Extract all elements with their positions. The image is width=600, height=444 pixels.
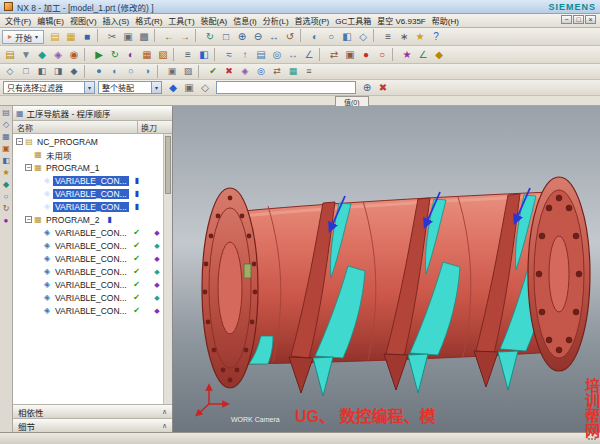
info-icon[interactable]: ∗: [396, 29, 412, 44]
wcs-triad-icon[interactable]: [198, 387, 226, 414]
separator[interactable]: [97, 29, 102, 42]
column-header-name[interactable]: 名称: [13, 121, 138, 133]
menu-gc-toolbox[interactable]: GC工具箱: [332, 15, 374, 26]
constraint-navigator-icon[interactable]: ◇: [3, 121, 9, 129]
tree-item-label[interactable]: VARIABLE_CON...: [53, 189, 129, 199]
pattern-icon[interactable]: ▦: [285, 65, 301, 78]
studio-render-icon[interactable]: ◑: [139, 65, 155, 78]
start-menu-button[interactable]: ▸ 开始 ▾: [2, 30, 44, 44]
clip-section-icon[interactable]: ▨: [180, 65, 196, 78]
tree-row[interactable]: ◈ VARIABLE_CON... ▮: [13, 174, 163, 187]
menu-edit[interactable]: 编辑(E): [34, 15, 67, 26]
chevron-down-icon[interactable]: ▾: [151, 82, 161, 93]
restore-button[interactable]: □: [573, 15, 584, 24]
feeds-speeds-icon[interactable]: ≈: [221, 47, 237, 62]
snapshot-icon[interactable]: ▣: [164, 65, 180, 78]
web-browser-icon[interactable]: ○: [4, 193, 9, 201]
tree-item-label[interactable]: VARIABLE_CON...: [53, 228, 129, 238]
tree-row[interactable]: ◈ VARIABLE_CON... ▮: [13, 187, 163, 200]
post-process-icon[interactable]: ▦: [139, 47, 155, 62]
menu-information[interactable]: 信息(I): [230, 15, 260, 26]
paste-icon[interactable]: ▩: [136, 29, 152, 44]
refresh-icon[interactable]: ↻: [202, 29, 218, 44]
select-edge-icon[interactable]: ◇: [197, 80, 213, 95]
replay-toolpath-icon[interactable]: ↻: [107, 47, 123, 62]
tree-row[interactable]: ◈ VARIABLE_CON... ✔ ◆: [13, 239, 163, 252]
menu-preferences[interactable]: 首选项(P): [292, 15, 333, 26]
menu-format[interactable]: 格式(R): [132, 15, 165, 26]
history-icon[interactable]: ↻: [3, 205, 10, 213]
menu-tools[interactable]: 工具(T): [165, 15, 197, 26]
tree-row[interactable]: ◈ VARIABLE_CON... ✔ ◆: [13, 291, 163, 304]
tree-row[interactable]: ◈ VARIABLE_CON... ✔ ◆: [13, 265, 163, 278]
create-operation-icon[interactable]: ◉: [66, 47, 82, 62]
find-component-icon[interactable]: ⊕: [359, 80, 375, 95]
options-icon[interactable]: ★: [399, 47, 415, 62]
move-object-icon[interactable]: ⇄: [269, 65, 285, 78]
tree-row[interactable]: − ▦ PROGRAM_1: [13, 161, 163, 174]
front-view2-icon[interactable]: ◧: [34, 65, 50, 78]
wireframe-view-icon[interactable]: ○: [323, 29, 339, 44]
column-header-tool-change[interactable]: 换刀: [138, 122, 172, 133]
menu-insert[interactable]: 插入(S): [100, 15, 133, 26]
tree-expander-icon[interactable]: −: [25, 216, 32, 223]
cut-levels-icon[interactable]: ▤: [253, 47, 269, 62]
tree-row[interactable]: − ▤ NC_PROGRAM: [13, 135, 163, 148]
tree-row[interactable]: ◈ VARIABLE_CON... ▮: [13, 200, 163, 213]
reuse-library-icon[interactable]: ★: [2, 169, 9, 177]
create-geometry-icon[interactable]: ◆: [34, 47, 50, 62]
redo-icon[interactable]: →: [177, 29, 193, 44]
tree-item-label[interactable]: VARIABLE_CON...: [53, 293, 129, 303]
create-tool-icon[interactable]: ▼: [18, 47, 34, 62]
show-hide-icon[interactable]: ◎: [253, 65, 269, 78]
iso-view-icon[interactable]: ◇: [355, 29, 371, 44]
operation-navigator-icon[interactable]: ▣: [2, 145, 10, 153]
transform-icon[interactable]: ⇄: [326, 47, 342, 62]
pan-icon[interactable]: ↔: [266, 29, 282, 44]
tree-row[interactable]: ◈ VARIABLE_CON... ✔ ◆: [13, 278, 163, 291]
approve-icon[interactable]: ✔: [205, 65, 221, 78]
fit-view-icon[interactable]: □: [218, 29, 234, 44]
display-tool-icon[interactable]: ●: [358, 47, 374, 62]
cutting-params-icon[interactable]: ◎: [269, 47, 285, 62]
tree-item-label[interactable]: VARIABLE_CON...: [53, 280, 129, 290]
material-icon[interactable]: ◆: [431, 47, 447, 62]
selection-scope-dropdown[interactable]: 整个装配 ▾: [98, 81, 162, 94]
object-icon[interactable]: ▣: [342, 47, 358, 62]
tree-item-label[interactable]: PROGRAM_2: [44, 215, 101, 225]
separator[interactable]: [373, 29, 378, 42]
menu-view[interactable]: 视图(V): [67, 15, 100, 26]
create-program-icon[interactable]: ▤: [2, 47, 18, 62]
orient-view-icon[interactable]: ◇: [2, 65, 18, 78]
close-button[interactable]: ×: [585, 15, 596, 24]
tree-row[interactable]: ◈ VARIABLE_CON... ✔ ◆: [13, 226, 163, 239]
list-toolpath-icon[interactable]: ≡: [180, 47, 196, 62]
clear-filter-icon[interactable]: ✖: [375, 80, 391, 95]
create-method-icon[interactable]: ◈: [50, 47, 66, 62]
display-geom-icon[interactable]: ○: [374, 47, 390, 62]
machine-sim-icon[interactable]: ◧: [196, 47, 212, 62]
tree-expander-icon[interactable]: −: [16, 138, 23, 145]
panel-section-bar[interactable]: 相依性 ∧: [13, 404, 172, 418]
separator[interactable]: [300, 29, 305, 42]
graphics-viewport[interactable]: WORK Camera: [173, 106, 600, 432]
tree-row[interactable]: ▦ 未用项: [13, 148, 163, 161]
non-cutting-icon[interactable]: ↔: [285, 47, 301, 62]
assembly-navigator-icon[interactable]: ▤: [2, 109, 10, 117]
tree-item-label[interactable]: VARIABLE_CON...: [53, 254, 129, 264]
separator[interactable]: [84, 48, 89, 61]
new-file-icon[interactable]: ▤: [47, 29, 63, 44]
tree-row[interactable]: ◈ VARIABLE_CON... ✔ ◆: [13, 252, 163, 265]
cut-icon[interactable]: ✂: [104, 29, 120, 44]
menu-starry[interactable]: 星空 V6.935F: [374, 15, 428, 26]
favorites-icon[interactable]: ★: [412, 29, 428, 44]
corner-icon[interactable]: ∠: [301, 47, 317, 62]
save-icon[interactable]: ■: [79, 29, 95, 44]
stop-icon[interactable]: ✖: [221, 65, 237, 78]
selection-filter-dropdown[interactable]: 只有选择过滤器 ▾: [3, 81, 95, 94]
docked-tab[interactable]: 值(0): [335, 96, 369, 106]
select-face-icon[interactable]: ▣: [181, 80, 197, 95]
tree-item-label[interactable]: VARIABLE_CON...: [53, 202, 129, 212]
roles-icon[interactable]: ●: [4, 217, 9, 225]
shaded-view-icon[interactable]: ◐: [307, 29, 323, 44]
